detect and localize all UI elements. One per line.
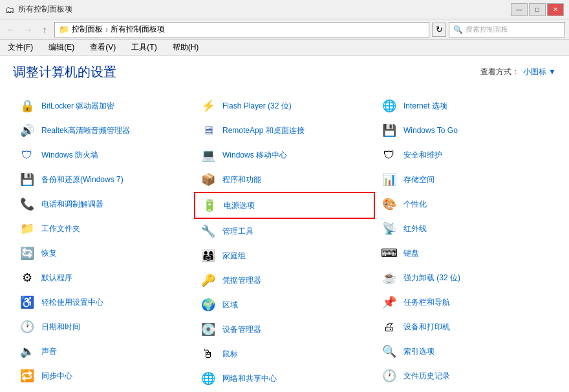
item-icon: 💾 — [18, 170, 36, 189]
list-item[interactable]: 👨‍👩‍👧 家庭组 — [194, 243, 375, 268]
item-label[interactable]: 区域 — [222, 300, 238, 311]
item-label[interactable]: 日期和时间 — [41, 322, 80, 333]
menu-view[interactable]: 查看(V) — [87, 41, 118, 54]
list-item[interactable]: 🕐 日期和时间 — [13, 315, 194, 339]
item-label[interactable]: 声音 — [41, 346, 57, 357]
column-1: ⚡ Flash Player (32 位) 🖥 RemoteApp 和桌面连接 … — [194, 94, 375, 392]
menu-edit[interactable]: 编辑(E) — [46, 41, 77, 54]
item-label[interactable]: Windows 防火墙 — [41, 150, 98, 161]
item-label[interactable]: 程序和功能 — [222, 174, 261, 185]
item-icon: 🌐 — [380, 97, 398, 115]
item-label[interactable]: Windows 移动中心 — [222, 150, 287, 161]
list-item[interactable]: 📂 文件资源管理器选项 — [13, 388, 194, 392]
list-item[interactable]: ⌨ 键盘 — [375, 241, 556, 265]
list-item[interactable]: 🖨 设备和打印机 — [375, 315, 556, 339]
item-label[interactable]: 网络和共享中心 — [222, 373, 277, 384]
list-item[interactable]: 📊 存储空间 — [375, 167, 556, 192]
item-icon: 🔄 — [18, 244, 36, 262]
view-option-link[interactable]: 小图标 ▼ — [523, 67, 556, 77]
back-button[interactable]: ← — [4, 23, 18, 37]
item-label[interactable]: 电源选项 — [224, 200, 255, 211]
list-item[interactable]: 🔑 凭据管理器 — [194, 268, 375, 293]
list-item[interactable]: 💾 备份和还原(Windows 7) — [13, 167, 194, 192]
menu-file[interactable]: 文件(F) — [5, 41, 36, 54]
list-item[interactable]: 💽 设备管理器 — [194, 317, 375, 342]
minimize-button[interactable]: — — [511, 3, 528, 16]
maximize-button[interactable]: □ — [529, 3, 546, 16]
item-label[interactable]: 备份和还原(Windows 7) — [41, 174, 123, 185]
list-item[interactable]: 🖱 鼠标 — [194, 342, 375, 366]
item-label[interactable]: RemoteApp 和桌面连接 — [222, 125, 305, 136]
menu-tools[interactable]: 工具(T) — [129, 41, 159, 54]
list-item[interactable]: 🛡 安全和维护 — [375, 143, 556, 167]
item-label[interactable]: Flash Player (32 位) — [222, 101, 292, 112]
item-label[interactable]: 安全和维护 — [403, 150, 442, 161]
list-item[interactable]: ☕ 强力卸载 (32 位) — [375, 265, 556, 290]
list-item[interactable]: 📞 电话和调制解调器 — [13, 192, 194, 216]
item-label[interactable]: 文件历史记录 — [403, 371, 450, 382]
item-label[interactable]: 默认程序 — [41, 273, 72, 284]
list-item[interactable]: 💻 Windows 移动中心 — [194, 143, 375, 167]
item-label[interactable]: 工作文件夹 — [41, 223, 80, 234]
item-label[interactable]: Realtek高清晰音频管理器 — [41, 125, 130, 136]
list-item[interactable]: 📌 任务栏和导航 — [375, 290, 556, 315]
list-item[interactable]: 🔍 索引选项 — [375, 339, 556, 364]
item-label[interactable]: 存储空间 — [403, 174, 435, 185]
list-item[interactable]: 🔈 声音 — [13, 339, 194, 364]
item-label[interactable]: 个性化 — [403, 199, 427, 210]
list-item[interactable]: ⚡ Flash Player (32 位) — [194, 94, 375, 118]
list-item[interactable]: 🌐 Internet 选项 — [375, 94, 556, 118]
item-label[interactable]: 家庭组 — [222, 251, 246, 262]
item-label[interactable]: 凭据管理器 — [222, 275, 261, 286]
item-label[interactable]: 红外线 — [403, 223, 427, 234]
item-icon: 🔍 — [380, 342, 398, 360]
list-item[interactable]: 🌍 区域 — [194, 293, 375, 317]
list-item[interactable]: 🖥 显示 — [375, 388, 556, 392]
power-options-item[interactable]: 🔋 电源选项 — [194, 192, 375, 219]
item-label[interactable]: Internet 选项 — [403, 101, 447, 112]
forward-button[interactable]: → — [21, 23, 35, 37]
list-item[interactable]: 🔄 恢复 — [13, 241, 194, 265]
list-item[interactable]: 🔁 同步中心 — [13, 364, 194, 388]
address-box[interactable]: 📁 控制面板 › 所有控制面板项 — [54, 22, 429, 37]
item-label[interactable]: 强力卸载 (32 位) — [403, 273, 460, 284]
list-item[interactable]: 🌐 网络和共享中心 — [194, 366, 375, 391]
item-label[interactable]: Windows To Go — [403, 126, 458, 135]
list-item[interactable]: 📁 工作文件夹 — [13, 216, 194, 241]
item-icon: 📁 — [18, 220, 36, 238]
menu-help[interactable]: 帮助(H) — [170, 41, 202, 54]
search-box[interactable]: 🔍 搜索控制面板 — [449, 22, 565, 37]
up-button[interactable]: ↑ — [38, 23, 52, 37]
list-item[interactable]: 📡 红外线 — [375, 216, 556, 241]
list-item[interactable]: 🔊 Realtek高清晰音频管理器 — [13, 118, 194, 143]
list-item[interactable]: 🔒 BitLocker 驱动器加密 — [13, 94, 194, 118]
item-icon: 🔁 — [18, 367, 36, 385]
item-icon: 🌍 — [199, 296, 217, 314]
list-item[interactable]: 💾 Windows To Go — [375, 118, 556, 143]
item-label[interactable]: 任务栏和导航 — [403, 297, 450, 308]
item-label[interactable]: 同步中心 — [41, 371, 72, 382]
list-item[interactable]: 🕐 文件历史记录 — [375, 364, 556, 388]
list-item[interactable]: 🎨 个性化 — [375, 192, 556, 216]
item-label[interactable]: 索引选项 — [403, 346, 435, 357]
item-label[interactable]: BitLocker 驱动器加密 — [41, 101, 114, 112]
list-item[interactable]: 🖥 RemoteApp 和桌面连接 — [194, 118, 375, 143]
list-item[interactable]: 📦 程序和功能 — [194, 167, 375, 192]
item-label[interactable]: 键盘 — [403, 248, 419, 259]
list-item[interactable]: ♿ 轻松使用设置中心 — [13, 290, 194, 315]
close-button[interactable]: ✕ — [547, 3, 564, 16]
list-item[interactable]: 🛡 Windows 防火墙 — [13, 143, 194, 167]
refresh-button[interactable]: ↻ — [432, 23, 446, 37]
list-item[interactable]: ⚙ 默认程序 — [13, 265, 194, 290]
item-label[interactable]: 轻松使用设置中心 — [41, 297, 103, 308]
item-label[interactable]: 电话和调制解调器 — [41, 199, 103, 210]
item-label[interactable]: 鼠标 — [222, 349, 238, 360]
item-icon: 🔧 — [199, 222, 217, 240]
item-label[interactable]: 设备和打印机 — [403, 322, 450, 333]
list-item[interactable]: 🔧 管理工具 — [194, 219, 375, 243]
item-label[interactable]: 设备管理器 — [222, 324, 261, 335]
item-label[interactable]: 恢复 — [41, 248, 57, 259]
item-icon: 🌐 — [199, 369, 217, 387]
item-label[interactable]: 管理工具 — [222, 226, 253, 237]
item-icon: 🕐 — [18, 318, 36, 336]
